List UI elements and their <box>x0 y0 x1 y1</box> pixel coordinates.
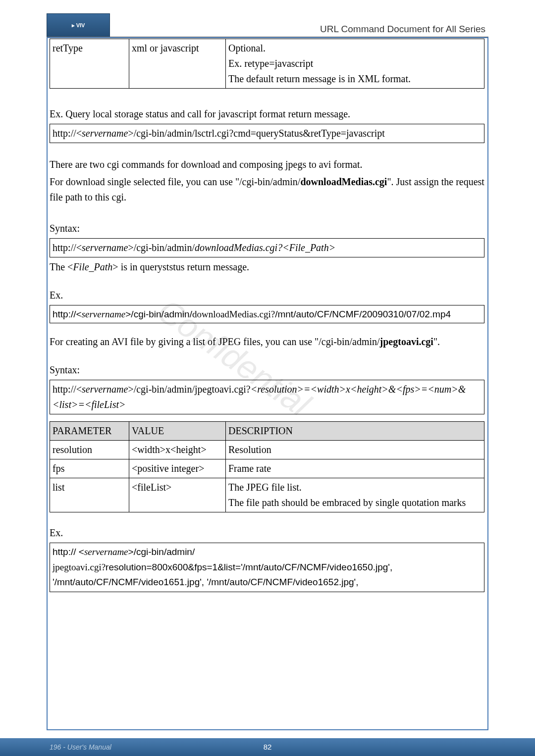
code-line: http://<servername>/cgi-bin/admin/jpegto… <box>50 380 484 414</box>
text: The < <box>50 261 73 272</box>
cell-line: The JPEG file list. <box>228 480 482 495</box>
code-box: http://<servername>/cgi-bin/admin/downlo… <box>50 238 484 257</box>
paragraph: For download single selected file, you c… <box>50 174 485 205</box>
paragraph: The <File_Path> is in queryststus return… <box>50 259 485 275</box>
text: >/cgi-bin/admin/ <box>128 547 195 557</box>
text: >/cgi-bin/admin/jpegtoavi.cgi? <box>128 384 250 395</box>
table-cell: Resolution <box>226 441 484 459</box>
text: http://< <box>53 242 82 253</box>
logo: ▸ VIV <box>47 13 110 37</box>
table-cell: <positive integer> <box>129 459 226 478</box>
ex-label: Ex. <box>50 525 485 541</box>
code-line: http://<servername>/cgi-bin/admin/lsctrl… <box>50 124 484 143</box>
table-cell: Optional. Ex. retype=javascript The defa… <box>226 39 484 89</box>
text: For creating an AVI file by giving a lis… <box>50 336 380 347</box>
servername-var: servername <box>84 547 128 557</box>
ex-label: Ex. <box>50 288 485 303</box>
table-cell: The JPEG file list. The file path should… <box>226 478 484 512</box>
table-cell: <width>x<height> <box>129 441 226 459</box>
table-cell: <fileList> <box>129 478 226 512</box>
code-line: http://<servername>/cgi-bin/admin/downlo… <box>50 239 484 257</box>
syntax-label: Syntax: <box>50 362 485 378</box>
cell-line: The file path should be embraced by sing… <box>228 495 482 510</box>
content-area: retType xml or javascript Optional. Ex. … <box>50 39 485 592</box>
text: downloadMedias.cgi? <box>192 309 275 319</box>
text: jpegtoavi.cgi? <box>53 562 106 572</box>
cell-line: The default return message is in XML for… <box>228 71 482 87</box>
table-cell: Frame rate <box>226 459 484 478</box>
text: ". <box>433 336 440 347</box>
cell-line: Optional. <box>228 41 482 56</box>
text: http://< <box>53 309 82 319</box>
bold-text: jpegtoavi.cgi <box>380 336 433 347</box>
paragraph: Ex. Query local storage status and call … <box>50 106 485 122</box>
rettype-table: retType xml or javascript Optional. Ex. … <box>50 39 484 89</box>
table-cell: retType <box>50 39 129 89</box>
parameter-table: PARAMETER VALUE DESCRIPTION resolution <… <box>50 421 484 512</box>
logo-text: ▸ VIV <box>72 22 85 29</box>
servername-var: servername <box>82 242 128 253</box>
code-box: http://<servername>/cgi-bin/admin/jpegto… <box>50 380 484 414</box>
text: >/cgi-bin/admin/ <box>125 309 192 319</box>
code-line: http:// <servername>/cgi-bin/admin/jpegt… <box>50 543 484 592</box>
text: >/cgi-bin/admin/ <box>128 242 195 253</box>
cell-line: Ex. retype=javascript <box>228 56 482 71</box>
table-header: PARAMETER <box>50 422 129 441</box>
table-cell: fps <box>50 459 129 478</box>
servername-var: servername <box>82 309 126 319</box>
text: For download single selected file, you c… <box>50 176 300 187</box>
syntax-label: Syntax: <box>50 221 485 236</box>
servername-var: servername <box>82 384 128 395</box>
paragraph: There are two cgi commands for download … <box>50 157 485 172</box>
table-cell: resolution <box>50 441 129 459</box>
table-cell: list <box>50 478 129 512</box>
text: http:// < <box>53 547 84 557</box>
code-box: http:// <servername>/cgi-bin/admin/jpegt… <box>50 543 484 592</box>
table-header: DESCRIPTION <box>226 422 484 441</box>
footer-left: 196 - User's Manual <box>50 743 111 751</box>
code-box: http://<servername>/cgi-bin/admin/downlo… <box>50 305 484 323</box>
italic-text: downloadMedias.cgi?<File_Path> <box>195 242 335 253</box>
header-title: URL Command Document for All Series <box>320 24 485 35</box>
text: http://< <box>53 384 82 395</box>
page-number: 82 <box>264 743 272 751</box>
bold-text: downloadMedias.cgi <box>300 176 387 187</box>
servername-var: servername <box>82 128 128 139</box>
table-cell: xml or javascript <box>129 39 226 89</box>
text: > is in queryststus return message. <box>112 261 249 272</box>
italic-text: File_Path <box>73 261 112 272</box>
text: /mnt/auto/CF/NCMF/20090310/07/02.mp4 <box>275 309 451 319</box>
table-header: VALUE <box>129 422 226 441</box>
paragraph: For creating an AVI file by giving a lis… <box>50 334 485 350</box>
code-line: http://<servername>/cgi-bin/admin/downlo… <box>50 305 484 323</box>
code-box: http://<servername>/cgi-bin/admin/lsctrl… <box>50 124 484 143</box>
